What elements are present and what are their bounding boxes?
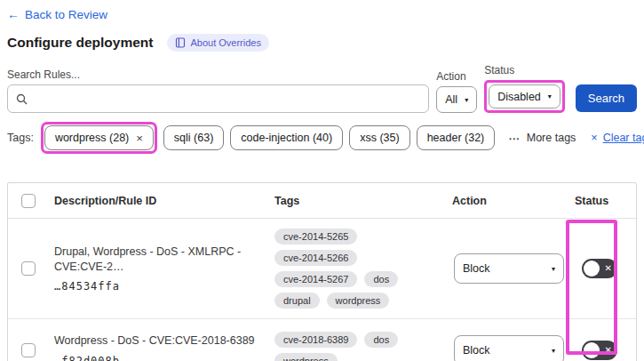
rule-description: Drupal, Wordpress - DoS - XMLRPC - CVE:C… (54, 245, 269, 274)
action-dropdown-value: All (445, 93, 457, 106)
tag-filter-label: wordpress (28) (55, 132, 129, 144)
row-checkbox[interactable] (21, 343, 36, 357)
select-all-checkbox[interactable] (21, 194, 36, 208)
action-select[interactable]: Block▾ (454, 335, 564, 361)
about-overrides-badge[interactable]: About Overrides (167, 34, 268, 52)
rule-tag-chip: cve-2014-5266 (274, 250, 357, 266)
table-body: Drupal, Wordpress - DoS - XMLRPC - CVE:C… (8, 219, 636, 361)
rule-tag-chip: cve-2018-6389 (274, 332, 357, 348)
action-select-value: Block (463, 344, 490, 357)
rule-tag-chip: wordpress (274, 353, 338, 361)
action-select[interactable]: Block▾ (454, 253, 564, 284)
table-row: Drupal, Wordpress - DoS - XMLRPC - CVE:C… (8, 219, 636, 319)
more-tags-button[interactable]: ⋯ More tags (508, 132, 576, 145)
back-link-label: Back to Review (25, 8, 107, 21)
rule-tag-chip: wordpress (327, 293, 390, 309)
back-to-review-link[interactable]: ← Back to Review (7, 7, 107, 21)
tag-filter-header[interactable]: header (32) (417, 125, 496, 150)
column-header-tags: Tags (269, 195, 447, 207)
selected-tag-highlight-box: wordpress (28) × (41, 122, 157, 154)
back-arrow-icon: ← (7, 7, 20, 21)
rule-tag-chip: dos (364, 271, 398, 287)
chevron-down-icon: ▾ (552, 265, 555, 273)
tag-filter-code-injection[interactable]: code-injection (40) (230, 125, 343, 150)
status-toggle[interactable]: ✕ (582, 341, 617, 360)
tag-filter-xss[interactable]: xss (35) (349, 125, 409, 150)
other-tag-filters: sqli (63)code-injection (40)xss (35)head… (163, 125, 495, 150)
column-header-action: Action (447, 195, 569, 207)
status-toggle[interactable]: ✕ (582, 259, 617, 278)
action-select-value: Block (463, 262, 490, 275)
search-rules-box[interactable] (7, 84, 429, 113)
clear-tags-link[interactable]: × Clear tags (591, 132, 644, 144)
action-dropdown[interactable]: All ▾ (436, 86, 477, 113)
chevron-down-icon: ▾ (465, 96, 468, 104)
row-checkbox[interactable] (21, 261, 36, 276)
page-title: Configure deployment (7, 35, 153, 51)
status-dropdown[interactable]: Disabled ▾ (489, 84, 561, 108)
rule-tag-chip: dos (364, 332, 398, 348)
rule-tag-chip: cve-2014-5267 (274, 271, 357, 287)
toggle-off-x-icon: ✕ (605, 346, 612, 355)
tag-filter-sqli[interactable]: sqli (63) (163, 125, 224, 150)
column-header-status: Status (569, 195, 636, 207)
rule-id: …84534ffa (54, 280, 269, 293)
status-dropdown-value: Disabled (497, 91, 541, 103)
action-label: Action (436, 70, 477, 83)
rules-table: Description/Rule ID Tags Action Status D… (7, 182, 637, 361)
title-row: Configure deployment About Overrides (7, 34, 637, 52)
rule-tag-chip: drupal (274, 293, 320, 309)
rule-id: …f82d008b (54, 355, 269, 361)
tags-bar: Tags: wordpress (28) × sqli (63)code-inj… (7, 123, 637, 153)
table-row: Wordpress - DoS - CVE:CVE-2018-6389…f82d… (8, 319, 636, 361)
search-icon (16, 93, 28, 105)
more-tags-label: More tags (527, 132, 576, 144)
toggle-off-x-icon: ✕ (605, 264, 612, 273)
search-rules-label: Search Rules... (7, 68, 429, 81)
search-input[interactable] (34, 92, 420, 106)
rule-description: Wordpress - DoS - CVE:CVE-2018-6389 (54, 333, 269, 348)
clear-tags-label: Clear tags (603, 132, 644, 144)
filter-controls: Search Rules... Action All ▾ Status Disa… (7, 64, 637, 113)
toggle-knob (584, 261, 600, 277)
tags-label: Tags: (7, 132, 34, 144)
status-highlight-box: Disabled ▾ (484, 80, 565, 113)
remove-tag-icon[interactable]: × (136, 132, 143, 145)
tag-filter-wordpress[interactable]: wordpress (28) × (44, 125, 154, 150)
about-overrides-label: About Overrides (190, 37, 260, 48)
chevron-down-icon: ▾ (548, 92, 552, 100)
status-label: Status (484, 64, 565, 76)
clear-tags-x-icon: × (591, 132, 597, 144)
book-icon (175, 37, 186, 48)
rule-tag-chip: cve-2014-5265 (274, 229, 357, 245)
toggle-knob (584, 342, 600, 358)
column-header-description: Description/Rule ID (49, 195, 269, 207)
configure-deployment-page: ← Back to Review Configure deployment Ab… (0, 0, 644, 361)
table-header-row: Description/Rule ID Tags Action Status (8, 183, 636, 219)
ellipsis-icon: ⋯ (508, 132, 521, 145)
search-button[interactable]: Search (576, 84, 637, 112)
chevron-down-icon: ▾ (552, 347, 555, 355)
